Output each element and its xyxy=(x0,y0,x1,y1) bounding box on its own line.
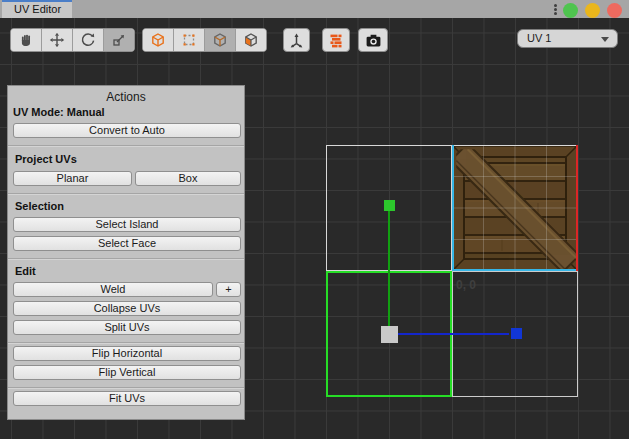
vertex-mode-button[interactable] xyxy=(143,29,173,51)
move-tool-button[interactable] xyxy=(41,29,72,51)
uv-island-crate-texture[interactable] xyxy=(452,145,578,271)
weld-button[interactable]: Weld xyxy=(13,282,213,297)
crate-texture-image xyxy=(452,145,578,271)
texture-preview-button[interactable] xyxy=(322,28,350,52)
pan-tool-button[interactable] xyxy=(11,29,41,51)
edge-mode-button[interactable] xyxy=(204,29,235,51)
gizmo-y-axis xyxy=(388,205,390,334)
chevron-down-icon xyxy=(601,37,609,42)
panel-divider xyxy=(8,193,244,195)
scale-icon xyxy=(111,32,127,48)
screenshot-button[interactable] xyxy=(358,28,388,52)
uv-channel-value: UV 1 xyxy=(527,32,551,44)
fit-uvs-button[interactable]: Fit UVs xyxy=(13,391,241,406)
uv-channel-dropdown[interactable]: UV 1 xyxy=(517,29,618,48)
planar-button[interactable]: Planar xyxy=(13,171,132,186)
titlebar: UV Editor xyxy=(0,0,629,18)
cube-wireframe-icon xyxy=(150,32,166,48)
window-button-red[interactable] xyxy=(607,3,622,18)
panel-title: Actions xyxy=(8,90,244,104)
cube-face-icon xyxy=(243,32,259,48)
project-uvs-label: Project UVs xyxy=(15,153,77,165)
project-uv-button[interactable] xyxy=(283,28,310,52)
panel-divider xyxy=(8,258,244,260)
face-mode-button[interactable] xyxy=(235,29,266,51)
gizmo-x-axis xyxy=(396,333,509,335)
gizmo-x-handle[interactable] xyxy=(511,328,522,339)
uv-origin-label: 0, 0 xyxy=(456,278,476,292)
selection-mode-group xyxy=(142,28,267,52)
kebab-menu-icon[interactable] xyxy=(551,3,559,16)
panel-divider xyxy=(8,342,244,344)
window-button-yellow[interactable] xyxy=(585,3,600,18)
edit-label: Edit xyxy=(15,265,36,277)
split-uvs-button[interactable]: Split UVs xyxy=(13,320,241,335)
gizmo-y-handle[interactable] xyxy=(384,200,395,211)
scale-tool-button[interactable] xyxy=(103,29,134,51)
flip-horizontal-button[interactable]: Flip Horizontal xyxy=(13,346,241,361)
rotate-icon xyxy=(80,32,96,48)
rotate-tool-button[interactable] xyxy=(72,29,103,51)
select-island-button[interactable]: Select Island xyxy=(13,217,241,232)
window-button-green[interactable] xyxy=(563,3,578,18)
select-face-button[interactable]: Select Face xyxy=(13,236,241,251)
drag-rect-icon xyxy=(181,32,197,48)
tab-label: UV Editor xyxy=(14,3,61,15)
box-button[interactable]: Box xyxy=(135,171,241,186)
panel-divider xyxy=(8,145,244,147)
move-icon xyxy=(49,32,65,48)
weld-settings-button[interactable]: + xyxy=(216,282,241,297)
collapse-uvs-button[interactable]: Collapse UVs xyxy=(13,301,241,316)
camera-icon xyxy=(365,32,382,49)
convert-to-auto-button[interactable]: Convert to Auto xyxy=(13,123,241,138)
uv-mode-label: UV Mode: Manual xyxy=(13,106,105,118)
split-arrows-icon xyxy=(288,32,305,49)
hand-icon xyxy=(18,32,34,48)
actions-panel: Actions UV Mode: Manual Convert to Auto … xyxy=(7,85,245,420)
gizmo-center-handle[interactable] xyxy=(381,326,398,343)
flip-vertical-button[interactable]: Flip Vertical xyxy=(13,365,241,380)
panel-divider xyxy=(8,387,244,389)
drag-select-mode-button[interactable] xyxy=(173,29,204,51)
tab-uv-editor[interactable]: UV Editor xyxy=(2,0,72,18)
transform-tool-group xyxy=(10,28,135,52)
cube-edge-icon xyxy=(212,32,228,48)
texture-bricks-icon xyxy=(328,32,344,48)
selection-label: Selection xyxy=(15,200,64,212)
